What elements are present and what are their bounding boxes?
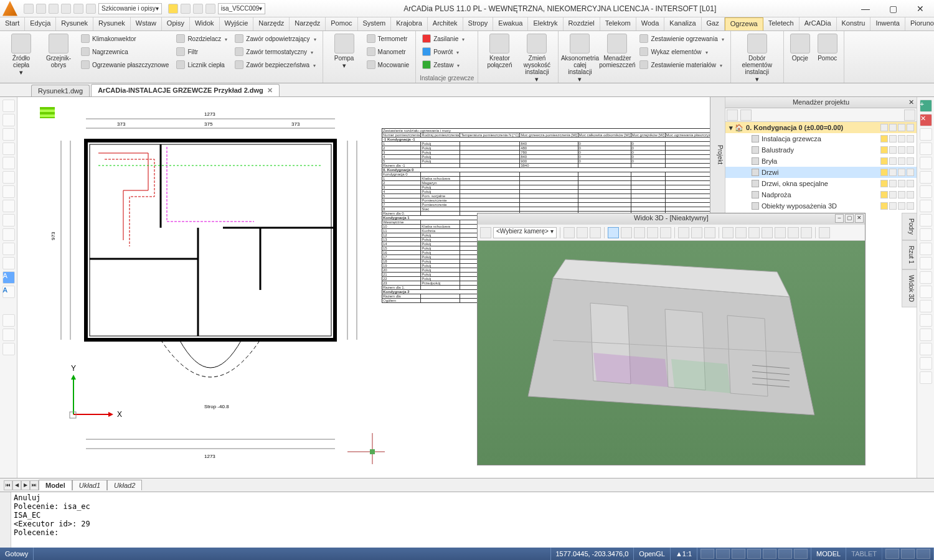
status-extra3-icon[interactable] (917, 549, 930, 559)
bulb-icon[interactable] (880, 169, 888, 176)
leader-icon[interactable] (920, 357, 932, 370)
ribbon-tab-teletech[interactable]: Teletech (763, 17, 800, 30)
v3d-cam-icon[interactable] (801, 227, 812, 238)
wykaz-elementow-button[interactable]: Wykaz elementów (637, 45, 726, 58)
break-icon[interactable] (920, 271, 932, 284)
ribbon-tab-architek[interactable]: Architek (428, 17, 463, 30)
view3d-close-icon[interactable]: ✕ (855, 214, 864, 223)
copy-icon[interactable] (920, 142, 932, 155)
ribbon-tab-ogrzewa[interactable]: Ogrzewa (725, 17, 763, 30)
v3d-walk-icon[interactable] (634, 227, 645, 238)
command-input[interactable] (11, 492, 934, 548)
ribbon-tab-inwenta[interactable]: Inwenta (870, 17, 905, 30)
zawor-odpow-button[interactable]: Zawór odpowietrzający (232, 32, 318, 45)
side-tab[interactable]: Podry (902, 213, 917, 240)
hand-tool-icon[interactable] (2, 329, 15, 341)
text-tool-icon[interactable]: A (2, 271, 15, 284)
v3d-3d-icon[interactable] (788, 227, 799, 238)
zasilanie-button[interactable]: Zasilanie (420, 32, 467, 45)
v3d-wall-icon[interactable] (621, 227, 632, 238)
ribbon-tab-wyjście[interactable]: Wyjście (220, 17, 254, 30)
v3d-sun-icon[interactable] (775, 227, 786, 238)
qat-undo-icon[interactable] (73, 4, 83, 14)
proj-refresh-icon[interactable] (727, 110, 738, 121)
v3d-refresh-icon[interactable] (480, 227, 491, 238)
bulb-icon[interactable] (880, 146, 888, 154)
circle-tool-icon[interactable] (2, 157, 15, 169)
doc-close-icon[interactable]: ✕ (267, 86, 273, 94)
add-icon[interactable]: + (920, 100, 932, 112)
dim-linear-icon[interactable] (920, 329, 932, 341)
ribbon-tab-narzędz[interactable]: Narzędz (253, 17, 290, 30)
v3d-orbit-icon[interactable] (590, 227, 601, 238)
tree-item[interactable]: Balustrady (725, 144, 917, 156)
dim-angular-icon[interactable] (920, 343, 932, 355)
layout-prev-icon[interactable]: ◀ (12, 480, 21, 490)
ribbon-tab-woda[interactable]: Woda (636, 17, 665, 30)
tree-item[interactable]: Nadproża (725, 189, 917, 200)
ribbon-tab-narzędz[interactable]: Narzędz (290, 17, 326, 30)
tab-uklad2[interactable]: Układ2 (107, 480, 142, 490)
bulb-icon[interactable] (880, 180, 888, 187)
cmdline-grip-icon[interactable] (0, 492, 11, 548)
doc-tab[interactable]: Rysunek1.dwg (31, 85, 90, 96)
qat-new-icon[interactable] (24, 4, 34, 14)
tree-item[interactable]: Drzwi (725, 167, 917, 178)
layout-next-icon[interactable]: ▶ (21, 480, 30, 490)
bulb-icon[interactable] (880, 157, 888, 165)
zest-materialow-button[interactable]: Zestawienie materiałów (637, 58, 726, 71)
v3d-mat3-icon[interactable] (748, 227, 760, 238)
qat-open-icon[interactable] (36, 4, 46, 14)
status-extra2-icon[interactable] (901, 549, 915, 559)
project-tree[interactable]: ▾ 🏠0. Kondygnacja 0 (±0.00=0.00)Instalac… (725, 122, 917, 213)
qat-save-icon[interactable] (49, 4, 59, 14)
tree-item[interactable]: Drzwi, okna specjalne (725, 178, 917, 189)
v3d-home-icon[interactable] (564, 227, 575, 238)
ribbon-tab-start[interactable]: Start (0, 17, 25, 30)
offset-icon[interactable] (920, 171, 932, 184)
ribbon-tab-edycja[interactable]: Edycja (25, 17, 56, 30)
zest-ogrzewania-button[interactable]: Zestawienie ogrzewania (637, 32, 726, 45)
arc-tool-icon[interactable] (2, 128, 15, 141)
klimakonwektor-button[interactable]: Klimakonwektor (78, 32, 171, 45)
tree-item[interactable]: Obiekty wyposażenia 3D (725, 200, 917, 212)
measure-icon[interactable] (920, 371, 932, 384)
qat-layer-select[interactable]: isa_V5CC009 ▾ (218, 3, 266, 14)
extend-icon[interactable] (920, 257, 932, 269)
status-model[interactable]: MODEL (811, 548, 846, 560)
tree-item[interactable]: Instalacja grzewcza (725, 133, 917, 144)
qat-redo-icon[interactable] (86, 4, 96, 14)
ribbon-tab-pomoc[interactable]: Pomoc (326, 17, 357, 30)
menadzer-pomieszczen-button[interactable]: Menadżer pomieszczeń (600, 32, 634, 70)
ribbon-tab-system[interactable]: System (358, 17, 392, 30)
v3d-person-icon[interactable] (608, 227, 619, 238)
ribbon-tab-opisy[interactable]: Opisy (162, 17, 190, 30)
project-close-icon[interactable]: ✕ (908, 98, 914, 106)
polygon-tool-icon[interactable] (2, 200, 15, 212)
side-tab[interactable]: Rzut 1 (902, 240, 917, 269)
mirror-icon[interactable] (920, 157, 932, 169)
maximize-button[interactable]: ▢ (879, 0, 907, 17)
qat-workspace-select[interactable]: Szkicowanie i opisy ▾ (98, 3, 162, 14)
heat-source-button[interactable]: Źródło ciepła▾ (4, 32, 39, 78)
rotate-tool-icon[interactable] (2, 343, 15, 355)
mocowanie-button[interactable]: Mocowanie (364, 58, 412, 71)
snap-toggle-icon[interactable] (700, 549, 714, 559)
doc-tab[interactable]: ArCADia-INSTALACJE GRZEWCZE Przykład 2.d… (91, 84, 280, 96)
qat-lock-icon[interactable] (193, 4, 203, 14)
qat-bulb-icon[interactable] (168, 4, 178, 14)
ribbon-tab-telekom[interactable]: Telekom (600, 17, 636, 30)
project-sidetab[interactable]: Projekt (710, 97, 725, 213)
v3d-camera-select[interactable]: <Wybierz kamerę> ▾ (493, 227, 557, 238)
scale-icon[interactable] (920, 214, 932, 226)
tab-model[interactable]: Model (39, 480, 72, 490)
v3d-fit-icon[interactable] (577, 227, 588, 238)
manometr-button[interactable]: Manometr (364, 45, 412, 58)
aksonometria-button[interactable]: Aksonometria całej instalacji▾ (562, 32, 597, 85)
v3d-paste-icon[interactable] (704, 227, 715, 238)
status-scale[interactable]: ▲ 1:1 (671, 548, 697, 560)
tree-item[interactable]: Bryła (725, 156, 917, 167)
termometr-button[interactable]: Termometr (364, 32, 412, 45)
ribbon-tab-rysunek[interactable]: Rysunek (93, 17, 131, 30)
v3d-mat1-icon[interactable] (722, 227, 734, 238)
